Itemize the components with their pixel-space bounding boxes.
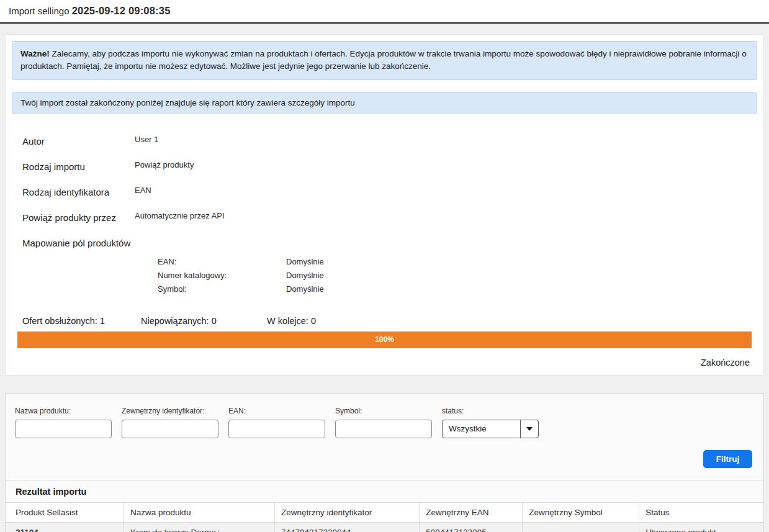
field-mapping-list: EAN: Domyślnie Numer katalogowy: Domyśln… (158, 257, 758, 294)
filter-label: EAN: (228, 407, 325, 415)
filter-field-symbol: Symbol: (335, 407, 432, 438)
filter-field-status: status: Wszystkie (442, 407, 539, 438)
chevron-down-icon (526, 427, 533, 431)
detail-label: Rodzaj identyfikatora (22, 187, 135, 197)
detail-value: Powiąż produkty (135, 160, 194, 169)
detail-label: Powiąż produkty przez (22, 212, 135, 223)
mapping-label: Numer katalogowy: (158, 271, 286, 280)
filter-actions: Filtruj (6, 450, 752, 468)
filter-label: Symbol: (335, 407, 432, 415)
progress-track: 100% (17, 331, 752, 348)
filter-field-ean: EAN: (228, 407, 325, 438)
warning-notice: Ważne! Zalecamy, aby podczas importu nie… (12, 41, 757, 80)
mapping-value: Domyślnie (286, 271, 324, 280)
page-title: Import sellingo (9, 6, 70, 16)
completed-notice-text: Twój import został zakończony poniżej zn… (20, 98, 355, 107)
import-results-table: Produkt Sellasist Nazwa produktu Zewnętr… (6, 502, 763, 532)
column-header-product-sellasist: Produkt Sellasist (6, 502, 124, 522)
filter-button[interactable]: Filtruj (703, 450, 752, 468)
cell-external-id: 744794217330044 (274, 522, 419, 532)
filter-results-panel: Nazwa produktu: Zewnętrzny identyfikator… (5, 393, 764, 532)
detail-row-author: Autor User 1 (11, 128, 758, 154)
table-row: 21104 Krem do twarzy Dermo+ 744794217330… (6, 522, 763, 532)
detail-label: Autor (22, 136, 135, 147)
import-stats: Ofert obsłużonych: 1 Niepowiązanych: 0 W… (22, 316, 758, 326)
symbol-input[interactable] (335, 420, 432, 438)
column-header-external-id: Zewnętrzny identyfikator (274, 502, 419, 522)
mapping-value: Domyślnie (286, 284, 324, 294)
import-details: Autor User 1 Rodzaj importu Powiąż produ… (11, 128, 758, 248)
page-header: Import sellingo 2025-09-12 09:08:35 (0, 0, 769, 24)
mapping-label: EAN: (158, 257, 286, 266)
cell-product-sellasist: 21104 (6, 522, 124, 532)
warning-notice-text: Zalecamy, aby podczas importu nie wykony… (20, 49, 747, 71)
detail-value: Automatycznie przez API (135, 211, 225, 220)
column-header-status: Status (639, 502, 763, 522)
stat-offers-handled: Ofert obsłużonych: 1 (22, 316, 141, 326)
results-title: Rezultat importu (6, 480, 763, 502)
product-name-input[interactable] (15, 420, 112, 438)
filter-label: Nazwa produktu: (15, 407, 112, 415)
detail-row-link-products-by: Powiąż produkty przez Automatycznie prze… (11, 205, 758, 230)
filter-bar: Nazwa produktu: Zewnętrzny identyfikator… (6, 394, 763, 438)
ean-input[interactable] (228, 420, 325, 438)
import-state-label: Zakończone (11, 358, 750, 367)
completed-notice: Twój import został zakończony poniżej zn… (12, 92, 757, 114)
status-select[interactable]: Wszystkie (442, 420, 539, 438)
filter-field-external-id: Zewnętrzny identyfikator: (122, 407, 218, 438)
status-selected-value: Wszystkie (443, 420, 520, 438)
progress-percent: 100% (375, 335, 394, 344)
detail-label: Rodzaj importu (22, 161, 135, 172)
external-id-input[interactable] (122, 420, 218, 438)
warning-notice-bold: Ważne! (20, 49, 50, 58)
detail-row-import-type: Rodzaj importu Powiąż produkty (11, 154, 758, 179)
detail-row-field-mapping: Mapowanie pól produktów (11, 230, 758, 248)
filter-label: status: (442, 407, 539, 415)
mapping-value: Domyślnie (286, 257, 324, 266)
mapping-label: Symbol: (158, 284, 286, 294)
cell-status: Utworzono produkt (639, 522, 763, 532)
cell-external-ean: 5094417133005 (420, 522, 523, 532)
column-header-external-symbol: Zewnętrzny Symbol (523, 502, 639, 522)
column-header-external-ean: Zewnętrzny EAN (420, 502, 523, 522)
detail-row-identifier-type: Rodzaj identyfikatora EAN (11, 179, 758, 205)
detail-value: EAN (135, 186, 151, 195)
mapping-row-ean: EAN: Domyślnie (158, 257, 758, 266)
column-header-product-name: Nazwa produktu (124, 502, 274, 522)
import-report-panel: Ważne! Zalecamy, aby podczas importu nie… (5, 34, 764, 376)
progress-bar: 100% (17, 331, 752, 348)
mapping-row-catalog-number: Numer katalogowy: Domyślnie (158, 271, 758, 280)
stat-unlinked: Niepowiązanych: 0 (141, 316, 267, 326)
detail-value: User 1 (135, 135, 158, 144)
mapping-row-symbol: Symbol: Domyślnie (158, 284, 758, 294)
table-header-row: Produkt Sellasist Nazwa produktu Zewnętr… (6, 502, 763, 522)
import-datetime: 2025-09-12 09:08:35 (72, 5, 171, 16)
status-select-caret-zone[interactable] (520, 420, 538, 438)
filter-label: Zewnętrzny identyfikator: (122, 407, 218, 415)
filter-field-product-name: Nazwa produktu: (15, 407, 112, 438)
stat-in-queue: W kolejce: 0 (267, 316, 316, 326)
detail-label: Mapowanie pól produktów (22, 238, 130, 248)
cell-product-name: Krem do twarzy Dermo+ (124, 522, 274, 532)
cell-external-symbol (523, 522, 639, 532)
